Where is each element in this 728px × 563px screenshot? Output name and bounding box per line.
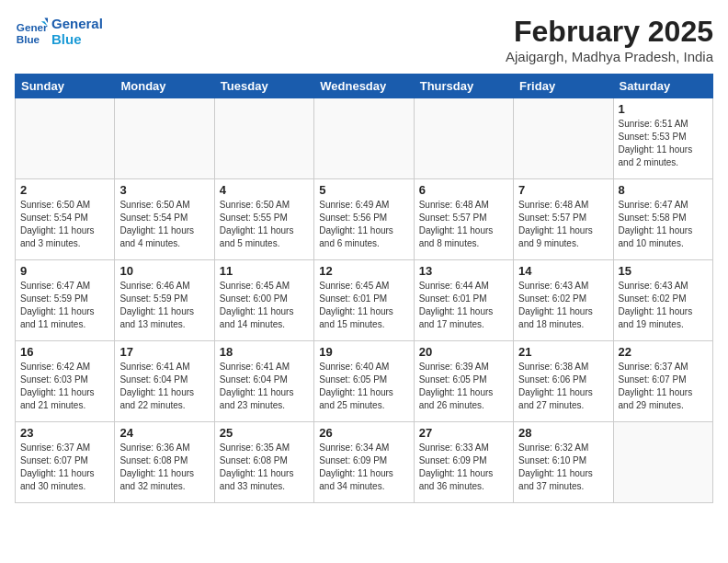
day-info: Sunrise: 6:34 AM Sunset: 6:09 PM Dayligh… [319,442,408,493]
day-number: 1 [619,102,708,116]
day-info: Sunrise: 6:50 AM Sunset: 5:55 PM Dayligh… [220,199,309,250]
calendar-cell: 16Sunrise: 6:42 AM Sunset: 6:03 PM Dayli… [16,341,115,422]
calendar-cell: 6Sunrise: 6:48 AM Sunset: 5:57 PM Daylig… [414,179,513,260]
logo-icon: General Blue [15,15,48,48]
day-number: 9 [20,264,109,278]
day-number: 25 [220,426,309,440]
day-info: Sunrise: 6:47 AM Sunset: 5:59 PM Dayligh… [20,280,109,331]
calendar-cell: 5Sunrise: 6:49 AM Sunset: 5:56 PM Daylig… [314,179,414,260]
day-info: Sunrise: 6:50 AM Sunset: 5:54 PM Dayligh… [119,199,209,250]
day-number: 16 [20,345,109,359]
logo: General Blue General Blue [15,15,103,48]
calendar-cell: 2Sunrise: 6:50 AM Sunset: 5:54 PM Daylig… [16,179,115,260]
day-number: 11 [220,264,309,278]
calendar-cell: 21Sunrise: 6:38 AM Sunset: 6:06 PM Dayli… [514,341,613,422]
week-row-1: 2Sunrise: 6:50 AM Sunset: 5:54 PM Daylig… [16,179,713,260]
day-number: 5 [319,183,408,197]
calendar-cell: 8Sunrise: 6:47 AM Sunset: 5:58 PM Daylig… [613,179,712,260]
day-info: Sunrise: 6:37 AM Sunset: 6:07 PM Dayligh… [619,361,708,412]
day-info: Sunrise: 6:43 AM Sunset: 6:02 PM Dayligh… [518,280,608,331]
calendar-cell [214,98,313,179]
calendar-cell [115,98,214,179]
day-number: 22 [619,345,708,359]
day-number: 8 [619,183,708,197]
day-info: Sunrise: 6:47 AM Sunset: 5:58 PM Dayligh… [619,199,708,250]
week-row-3: 16Sunrise: 6:42 AM Sunset: 6:03 PM Dayli… [16,341,713,422]
week-row-4: 23Sunrise: 6:37 AM Sunset: 6:07 PM Dayli… [16,422,713,503]
day-number: 15 [619,264,708,278]
calendar-cell [16,98,115,179]
calendar-cell: 9Sunrise: 6:47 AM Sunset: 5:59 PM Daylig… [16,260,115,341]
logo-general: General [51,16,103,31]
calendar-cell [613,422,712,503]
day-info: Sunrise: 6:45 AM Sunset: 6:01 PM Dayligh… [319,280,408,331]
day-number: 17 [119,345,209,359]
calendar-cell: 14Sunrise: 6:43 AM Sunset: 6:02 PM Dayli… [514,260,613,341]
weekday-header-wednesday: Wednesday [314,75,414,98]
day-number: 19 [319,345,408,359]
day-info: Sunrise: 6:45 AM Sunset: 6:00 PM Dayligh… [220,280,309,331]
calendar-cell: 23Sunrise: 6:37 AM Sunset: 6:07 PM Dayli… [16,422,115,503]
day-info: Sunrise: 6:38 AM Sunset: 6:06 PM Dayligh… [518,361,608,412]
calendar-cell [414,98,513,179]
calendar-cell: 11Sunrise: 6:45 AM Sunset: 6:00 PM Dayli… [214,260,313,341]
day-number: 14 [518,264,608,278]
day-info: Sunrise: 6:41 AM Sunset: 6:04 PM Dayligh… [119,361,209,412]
calendar-cell: 17Sunrise: 6:41 AM Sunset: 6:04 PM Dayli… [115,341,214,422]
calendar-cell: 12Sunrise: 6:45 AM Sunset: 6:01 PM Dayli… [314,260,414,341]
calendar-cell: 15Sunrise: 6:43 AM Sunset: 6:02 PM Dayli… [613,260,712,341]
day-info: Sunrise: 6:50 AM Sunset: 5:54 PM Dayligh… [20,199,109,250]
day-number: 10 [119,264,209,278]
calendar-cell: 3Sunrise: 6:50 AM Sunset: 5:54 PM Daylig… [115,179,214,260]
calendar-cell: 18Sunrise: 6:41 AM Sunset: 6:04 PM Dayli… [214,341,313,422]
day-info: Sunrise: 6:46 AM Sunset: 5:59 PM Dayligh… [119,280,209,331]
location-subtitle: Ajaigargh, Madhya Pradesh, India [506,49,713,64]
day-number: 18 [220,345,309,359]
calendar-cell: 28Sunrise: 6:32 AM Sunset: 6:10 PM Dayli… [514,422,613,503]
calendar-cell: 10Sunrise: 6:46 AM Sunset: 5:59 PM Dayli… [115,260,214,341]
day-number: 20 [419,345,508,359]
day-info: Sunrise: 6:40 AM Sunset: 6:05 PM Dayligh… [319,361,408,412]
day-number: 28 [518,426,608,440]
day-number: 21 [518,345,608,359]
day-number: 7 [518,183,608,197]
week-row-2: 9Sunrise: 6:47 AM Sunset: 5:59 PM Daylig… [16,260,713,341]
day-number: 4 [220,183,309,197]
day-number: 27 [419,426,508,440]
day-number: 3 [119,183,209,197]
day-info: Sunrise: 6:48 AM Sunset: 5:57 PM Dayligh… [518,199,608,250]
svg-text:General: General [17,21,48,33]
day-info: Sunrise: 6:33 AM Sunset: 6:09 PM Dayligh… [419,442,508,493]
day-number: 13 [419,264,508,278]
title-block: February 2025 Ajaigargh, Madhya Pradesh,… [506,15,713,64]
calendar-cell: 26Sunrise: 6:34 AM Sunset: 6:09 PM Dayli… [314,422,414,503]
svg-text:Blue: Blue [17,33,40,45]
calendar-cell: 4Sunrise: 6:50 AM Sunset: 5:55 PM Daylig… [214,179,313,260]
day-number: 23 [20,426,109,440]
day-info: Sunrise: 6:36 AM Sunset: 6:08 PM Dayligh… [119,442,209,493]
day-info: Sunrise: 6:48 AM Sunset: 5:57 PM Dayligh… [419,199,508,250]
calendar-cell: 20Sunrise: 6:39 AM Sunset: 6:05 PM Dayli… [414,341,513,422]
calendar-cell: 25Sunrise: 6:35 AM Sunset: 6:08 PM Dayli… [214,422,313,503]
calendar-cell: 1Sunrise: 6:51 AM Sunset: 5:53 PM Daylig… [613,98,712,179]
calendar-cell: 24Sunrise: 6:36 AM Sunset: 6:08 PM Dayli… [115,422,214,503]
calendar-cell [314,98,414,179]
day-info: Sunrise: 6:41 AM Sunset: 6:04 PM Dayligh… [220,361,309,412]
weekday-header-thursday: Thursday [414,75,513,98]
calendar-cell: 27Sunrise: 6:33 AM Sunset: 6:09 PM Dayli… [414,422,513,503]
weekday-header-saturday: Saturday [613,75,712,98]
day-number: 26 [319,426,408,440]
day-info: Sunrise: 6:43 AM Sunset: 6:02 PM Dayligh… [619,280,708,331]
calendar-cell: 13Sunrise: 6:44 AM Sunset: 6:01 PM Dayli… [414,260,513,341]
weekday-header-friday: Friday [514,75,613,98]
day-number: 12 [319,264,408,278]
calendar-cell [514,98,613,179]
weekday-header-sunday: Sunday [16,75,115,98]
day-number: 2 [20,183,109,197]
logo-blue: Blue [51,31,103,47]
day-number: 6 [419,183,508,197]
calendar-table: SundayMondayTuesdayWednesdayThursdayFrid… [15,74,713,503]
day-info: Sunrise: 6:44 AM Sunset: 6:01 PM Dayligh… [419,280,508,331]
day-number: 24 [119,426,209,440]
day-info: Sunrise: 6:35 AM Sunset: 6:08 PM Dayligh… [220,442,309,493]
